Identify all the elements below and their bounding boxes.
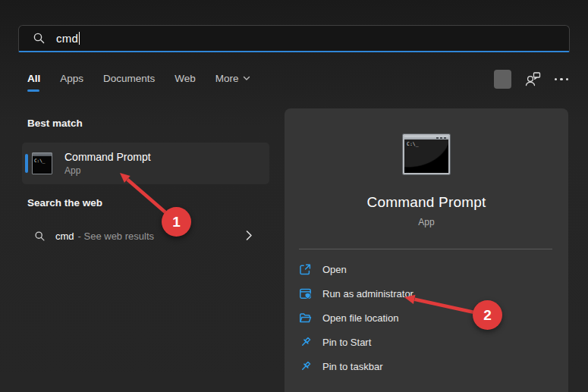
chevron-right-icon[interactable] xyxy=(245,230,253,241)
windows-search-panel: cmd All Apps Documents Web More Best mat… xyxy=(0,0,588,392)
tab-documents[interactable]: Documents xyxy=(103,73,155,92)
open-icon xyxy=(299,263,312,276)
chevron-down-icon xyxy=(243,76,250,81)
action-pin-to-taskbar[interactable]: Pin to taskbar xyxy=(285,354,568,378)
action-list: Open Run as administrator Open file loca… xyxy=(285,257,568,378)
search-header-icons xyxy=(494,70,569,89)
contact-feedback-icon[interactable] xyxy=(524,71,542,88)
text-caret xyxy=(79,32,80,45)
best-match-result[interactable]: C:\_ Command Prompt App xyxy=(22,143,269,184)
folder-icon xyxy=(299,312,312,325)
action-open-file-location[interactable]: Open file location xyxy=(285,306,568,330)
tab-all[interactable]: All xyxy=(27,73,40,92)
action-open[interactable]: Open xyxy=(285,257,568,281)
preview-title: Command Prompt xyxy=(285,194,568,211)
preview-pane: C:\_ Command Prompt App Open Run as xyxy=(285,108,568,392)
pin-icon xyxy=(299,336,312,349)
web-result-row[interactable]: cmd - See web results xyxy=(22,220,269,252)
result-subtitle: App xyxy=(64,165,151,176)
search-query-text: cmd xyxy=(56,32,78,45)
result-title: Command Prompt xyxy=(64,151,151,163)
tab-web[interactable]: Web xyxy=(175,73,196,92)
divider xyxy=(299,249,552,249)
search-input[interactable]: cmd xyxy=(18,25,570,52)
tab-more[interactable]: More xyxy=(215,73,250,92)
search-the-web-heading: Search the web xyxy=(27,197,102,209)
command-prompt-icon: C:\_ xyxy=(32,152,52,174)
pin-icon xyxy=(299,360,312,373)
action-run-as-administrator[interactable]: Run as administrator xyxy=(285,281,568,306)
web-result-suffix: - See web results xyxy=(78,230,154,242)
run-as-admin-icon xyxy=(299,287,312,300)
annotation-badge-1: 1 xyxy=(162,207,191,237)
selection-accent-bar xyxy=(25,154,28,173)
best-match-heading: Best match xyxy=(27,118,83,129)
action-pin-to-start[interactable]: Pin to Start xyxy=(285,330,568,354)
tab-apps[interactable]: Apps xyxy=(60,73,83,92)
avatar[interactable] xyxy=(494,70,511,89)
annotation-arrow-1 xyxy=(127,180,165,212)
web-query-text: cmd xyxy=(55,230,74,242)
annotation-badge-2: 2 xyxy=(473,300,502,330)
command-prompt-icon: C:\_ xyxy=(403,134,450,174)
search-filter-tabs: All Apps Documents Web More xyxy=(27,73,250,92)
preview-subtitle: App xyxy=(285,217,568,227)
more-options-icon[interactable] xyxy=(555,78,569,81)
search-icon xyxy=(34,230,46,242)
search-icon xyxy=(33,32,46,45)
